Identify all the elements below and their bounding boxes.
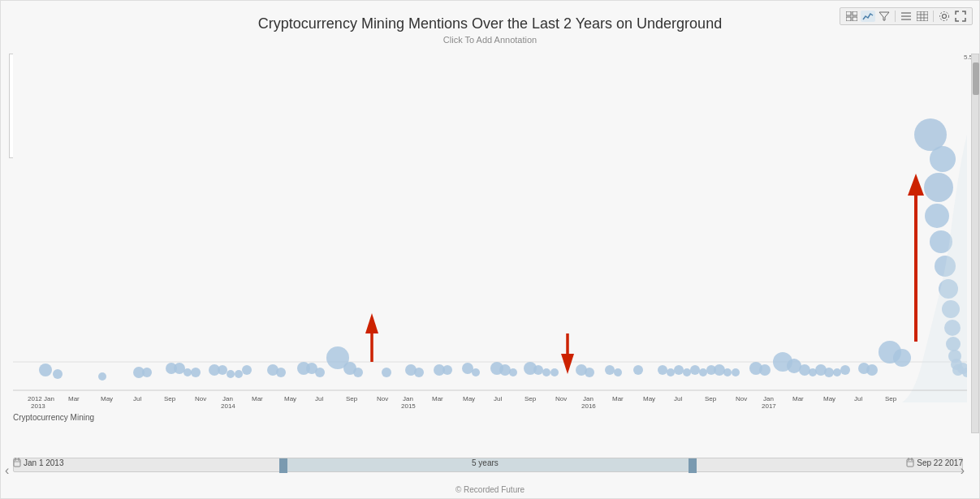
dot[interactable] <box>353 368 363 377</box>
table-icon[interactable] <box>915 11 930 22</box>
svg-text:Mar: Mar <box>252 395 263 402</box>
dot[interactable] <box>235 370 243 378</box>
chart-title: Cryptocurrency Mining Mentions Over the … <box>1 1 979 32</box>
svg-text:Jul: Jul <box>315 395 323 402</box>
svg-marker-4 <box>879 12 889 20</box>
svg-text:Sep: Sep <box>705 395 717 402</box>
list-icon[interactable] <box>899 11 913 22</box>
dot[interactable] <box>183 368 192 376</box>
svg-text:2014: 2014 <box>221 402 235 410</box>
dot[interactable] <box>191 368 201 377</box>
svg-text:May: May <box>101 395 113 402</box>
svg-text:Jan: Jan <box>403 395 413 402</box>
chart-svg: 2012 Jan 2013 Mar May Jul Sep Nov Jan 20… <box>13 54 967 427</box>
dot[interactable] <box>142 368 152 377</box>
dot[interactable] <box>443 365 452 375</box>
dot[interactable] <box>914 118 947 151</box>
timeline-start-label: Jan 1 2013 <box>13 458 64 467</box>
timeline-end-label: Sep 22 2017 <box>906 458 963 467</box>
svg-text:2016: 2016 <box>581 402 596 410</box>
svg-text:May: May <box>643 395 655 402</box>
dot[interactable] <box>315 368 325 377</box>
dot[interactable] <box>893 349 911 367</box>
toolbar-divider-1 <box>895 11 896 22</box>
dot[interactable] <box>667 368 675 376</box>
dot[interactable] <box>799 364 810 376</box>
footer: © Recorded Future <box>1 485 979 494</box>
filter-icon[interactable] <box>877 11 891 22</box>
dot[interactable] <box>98 372 106 381</box>
dot[interactable] <box>759 364 771 376</box>
svg-text:Sep: Sep <box>164 395 176 402</box>
svg-text:May: May <box>823 395 835 402</box>
grid-view-icon[interactable] <box>844 11 859 22</box>
scrollbar-thumb[interactable] <box>973 62 979 95</box>
dot[interactable] <box>824 368 834 377</box>
dot[interactable] <box>174 363 185 374</box>
line-chart-icon[interactable] <box>861 11 875 22</box>
svg-text:Mar: Mar <box>792 395 804 402</box>
dot[interactable] <box>542 368 550 376</box>
dot[interactable] <box>382 368 391 377</box>
dot[interactable] <box>605 365 615 375</box>
dot[interactable] <box>925 204 949 228</box>
svg-text:Mar: Mar <box>68 395 80 402</box>
dot[interactable] <box>550 368 559 376</box>
dot[interactable] <box>242 365 252 375</box>
settings-icon[interactable] <box>937 11 952 22</box>
vertical-scrollbar[interactable] <box>971 54 979 433</box>
svg-text:May: May <box>284 395 296 402</box>
dot[interactable] <box>462 363 473 374</box>
dot[interactable] <box>227 370 235 378</box>
timeline-duration-label: 5 years <box>472 458 499 467</box>
dot[interactable] <box>699 368 707 376</box>
dot[interactable] <box>674 365 684 375</box>
dot[interactable] <box>840 365 850 375</box>
dot[interactable] <box>633 365 643 375</box>
dot[interactable] <box>414 368 424 377</box>
expand-icon[interactable] <box>953 11 968 22</box>
svg-point-14 <box>940 12 949 21</box>
svg-text:Jan: Jan <box>222 395 233 402</box>
dot[interactable] <box>683 368 691 376</box>
dot[interactable] <box>658 365 667 375</box>
dot[interactable] <box>714 364 725 376</box>
dot[interactable] <box>866 364 878 376</box>
dot[interactable] <box>723 368 732 376</box>
dot[interactable] <box>930 146 956 172</box>
svg-text:Nov: Nov <box>377 395 388 402</box>
dot[interactable] <box>39 363 52 376</box>
svg-text:Nov: Nov <box>555 395 567 402</box>
dot[interactable] <box>585 368 594 377</box>
dot[interactable] <box>924 173 953 202</box>
svg-text:Jan: Jan <box>763 395 774 402</box>
dot[interactable] <box>690 365 700 375</box>
dot[interactable] <box>53 369 63 379</box>
svg-rect-8 <box>917 11 928 21</box>
dot[interactable] <box>218 365 227 375</box>
svg-rect-2 <box>846 17 851 21</box>
dot[interactable] <box>833 368 841 376</box>
svg-text:Nov: Nov <box>736 395 747 402</box>
svg-text:Jul: Jul <box>133 395 141 402</box>
dot[interactable] <box>499 364 511 376</box>
svg-text:Jan: Jan <box>583 395 594 402</box>
dot[interactable] <box>472 368 480 376</box>
svg-text:2015: 2015 <box>401 402 416 410</box>
svg-text:Jul: Jul <box>494 395 502 402</box>
svg-text:2013: 2013 <box>31 402 45 410</box>
dot[interactable] <box>509 368 517 376</box>
svg-point-13 <box>943 15 947 19</box>
chart-container: Cryptocurrency Mining Mentions Over the … <box>0 0 980 499</box>
dot[interactable] <box>533 365 543 375</box>
toolbar <box>840 7 973 25</box>
svg-text:2017: 2017 <box>762 402 776 410</box>
svg-text:Mar: Mar <box>432 395 443 402</box>
nav-right-arrow[interactable]: › <box>961 463 965 478</box>
nav-left-arrow[interactable]: ‹ <box>5 463 9 478</box>
dot[interactable] <box>614 368 622 376</box>
chart-subtitle[interactable]: Click To Add Annotation <box>1 35 979 45</box>
svg-text:Sep: Sep <box>346 395 358 402</box>
dot[interactable] <box>732 368 740 376</box>
dot[interactable] <box>276 368 286 377</box>
